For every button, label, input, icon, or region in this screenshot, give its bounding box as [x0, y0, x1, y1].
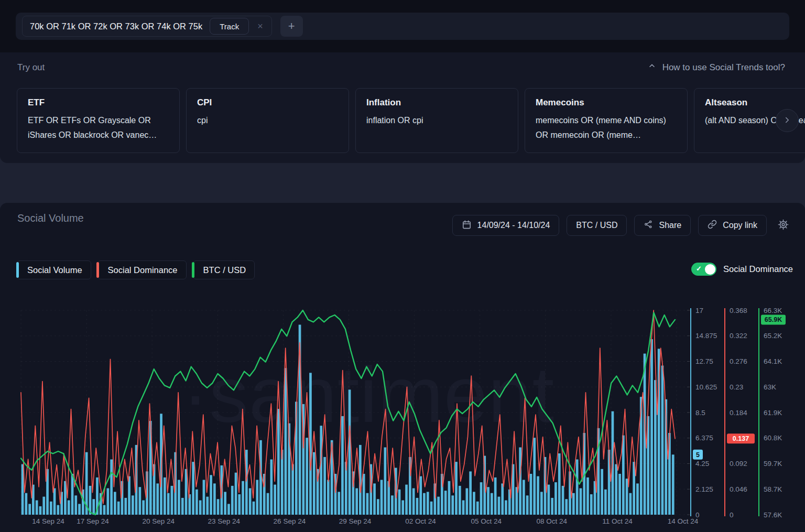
copy-link-label: Copy link [723, 221, 757, 230]
svg-text:0: 0 [730, 511, 734, 519]
svg-text:10.625: 10.625 [695, 383, 717, 391]
suggestion-card-inflation[interactable]: Inflation inflation OR cpi [355, 88, 518, 153]
legend-label: Social Volume [27, 265, 82, 275]
chevron-right-icon [782, 115, 792, 126]
card-title: Memecoins [536, 97, 677, 108]
chart-controls: 14/09/24 - 14/10/24 BTC / USD Share Copy… [452, 215, 789, 236]
share-label: Share [659, 221, 681, 230]
svg-text:14 Sep 24: 14 Sep 24 [32, 517, 64, 525]
svg-text:58.7K: 58.7K [764, 485, 782, 493]
try-out-label: Try out [17, 62, 45, 73]
settings-button[interactable] [777, 219, 789, 232]
carousel-next-button[interactable] [776, 109, 799, 132]
svg-text:05 Oct 24: 05 Oct 24 [471, 517, 502, 525]
svg-text:8.5: 8.5 [695, 409, 705, 417]
asset-selector-button[interactable]: BTC / USD [567, 215, 627, 236]
share-icon [644, 220, 653, 231]
chevron-up-icon [648, 62, 656, 73]
svg-text:63K: 63K [764, 383, 776, 391]
panel-title: Social Volume [17, 212, 84, 224]
trend-query-text[interactable]: 70k OR 71k OR 72k OR 73k OR 74k OR 75k [30, 21, 202, 31]
svg-text:0.276: 0.276 [730, 357, 747, 365]
legend-social-dominance[interactable]: Social Dominance [97, 260, 187, 279]
svg-text:26 Sep 24: 26 Sep 24 [274, 517, 306, 525]
svg-text:17 Sep 24: 17 Sep 24 [77, 517, 109, 525]
svg-text:23 Sep 24: 23 Sep 24 [208, 517, 241, 525]
card-query: ETF OR ETFs OR Grayscale OR iShares OR b… [28, 113, 169, 143]
svg-text:20 Sep 24: 20 Sep 24 [142, 517, 175, 525]
legend-btc-usd[interactable]: BTC / USD [193, 260, 255, 279]
svg-text:14 Oct 24: 14 Oct 24 [668, 517, 699, 525]
date-range-button[interactable]: 14/09/24 - 14/10/24 [452, 215, 560, 236]
svg-text:2.125: 2.125 [695, 485, 713, 493]
suggestion-card-memecoins[interactable]: Memecoins memecoins OR (meme AND coins) … [525, 88, 688, 153]
plus-icon: + [288, 19, 295, 32]
suggestion-card-etf[interactable]: ETF ETF OR ETFs OR Grayscale OR iShares … [17, 88, 180, 153]
card-query: cpi [197, 113, 338, 143]
copy-link-button[interactable]: Copy link [698, 215, 767, 236]
svg-text:4.25: 4.25 [695, 460, 709, 468]
svg-text:17: 17 [695, 307, 703, 314]
svg-text:0.184: 0.184 [730, 409, 747, 417]
svg-text:0.137: 0.137 [733, 435, 749, 442]
svg-text:14.875: 14.875 [695, 332, 717, 340]
svg-text:0.046: 0.046 [730, 485, 747, 493]
social-dominance-toggle-row: ✓ Social Dominance [691, 263, 793, 276]
check-icon: ✓ [696, 265, 702, 273]
link-icon [708, 220, 717, 231]
social-trends-chart[interactable]: 1714.87512.7510.6258.56.3754.252.125050.… [0, 301, 805, 532]
legend-label: Social Dominance [108, 265, 178, 275]
svg-text:0.092: 0.092 [730, 460, 747, 468]
legend-label: BTC / USD [203, 265, 246, 275]
add-trend-button[interactable]: + [280, 16, 303, 37]
svg-text:11 Oct 24: 11 Oct 24 [602, 517, 633, 525]
svg-text:61.9K: 61.9K [764, 409, 782, 417]
chart-area: ·santiment 1714.87512.7510.6258.56.3754.… [0, 301, 805, 532]
card-query: memecoins OR (meme AND coins) OR memecoi… [536, 113, 677, 143]
svg-text:0.23: 0.23 [730, 383, 743, 391]
gear-icon [777, 219, 789, 232]
svg-text:29 Sep 24: 29 Sep 24 [339, 517, 372, 525]
close-icon[interactable]: × [256, 21, 264, 32]
social-volume-panel: Social Volume 14/09/24 - 14/10/24 BTC / … [0, 203, 805, 532]
svg-text:59.7K: 59.7K [764, 460, 782, 468]
svg-text:6.375: 6.375 [695, 434, 713, 442]
svg-text:08 Oct 24: 08 Oct 24 [537, 517, 568, 525]
svg-text:0.368: 0.368 [730, 307, 747, 314]
svg-text:65.2K: 65.2K [764, 332, 782, 340]
svg-text:57.6K: 57.6K [764, 511, 782, 519]
svg-text:64.1K: 64.1K [764, 357, 782, 365]
card-title: CPI [197, 97, 338, 108]
suggestion-cards: ETF ETF OR ETFs OR Grayscale OR iShares … [17, 88, 805, 153]
svg-text:5: 5 [696, 451, 700, 459]
svg-text:60.8K: 60.8K [764, 434, 782, 442]
card-title: Inflation [366, 97, 507, 108]
calendar-icon [462, 220, 472, 232]
toggle-knob [705, 264, 715, 275]
social-dominance-toggle[interactable]: ✓ [691, 263, 716, 276]
suggestion-card-cpi[interactable]: CPI cpi [186, 88, 349, 153]
card-query: inflation OR cpi [366, 113, 507, 143]
track-button[interactable]: Track [210, 18, 249, 35]
share-button[interactable]: Share [634, 215, 691, 236]
legend-social-volume[interactable]: Social Volume [17, 260, 91, 279]
chart-legend: Social Volume Social Dominance BTC / USD [17, 260, 255, 279]
svg-text:66.3K: 66.3K [764, 307, 782, 314]
search-bar: 70k OR 71k OR 72k OR 73k OR 74k OR 75k T… [16, 13, 789, 40]
svg-text:65.9K: 65.9K [765, 316, 782, 323]
svg-text:12.75: 12.75 [695, 357, 713, 365]
try-out-section: Try out How to use Social Trends tool? E… [0, 52, 805, 163]
asset-label: BTC / USD [576, 221, 617, 230]
help-link[interactable]: How to use Social Trends tool? [648, 62, 785, 73]
svg-text:0.322: 0.322 [730, 332, 747, 340]
toggle-label: Social Dominance [723, 264, 793, 274]
help-link-label: How to use Social Trends tool? [662, 62, 785, 73]
card-title: ETF [28, 97, 169, 108]
card-title: Altseason [705, 97, 805, 108]
svg-text:02 Oct 24: 02 Oct 24 [405, 517, 436, 525]
trend-query-chip[interactable]: 70k OR 71k OR 72k OR 73k OR 74k OR 75k T… [22, 16, 272, 37]
search-band: 70k OR 71k OR 72k OR 73k OR 74k OR 75k T… [0, 0, 805, 52]
date-range-label: 14/09/24 - 14/10/24 [477, 221, 550, 230]
